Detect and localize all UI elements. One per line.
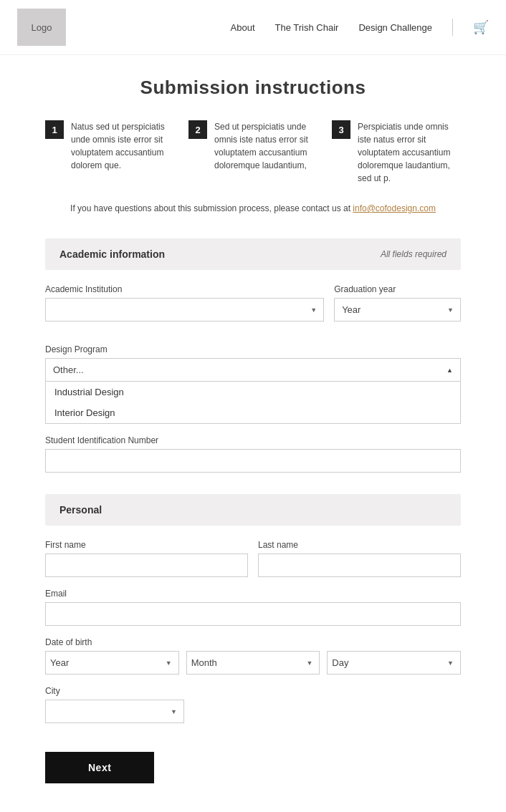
academic-section-header: Academic information All fields required [45,238,461,270]
last-name-label: Last name [258,540,461,550]
personal-section: Personal First name Last name Email Date… [45,494,461,723]
personal-section-title: Personal [59,504,102,516]
email-input[interactable] [45,602,461,626]
last-name-input[interactable] [258,554,461,577]
step-2-text: Sed ut perspiciatis unde omnis iste natu… [214,120,318,172]
step-3-number: 3 [332,120,350,139]
design-program-select-trigger[interactable]: Other... ▲ [45,358,461,382]
student-id-field: Student Identification Number [45,435,461,473]
graduation-select[interactable]: Year 2024 2023 2022 2021 [334,298,461,322]
program-label: Design Program [45,344,461,354]
contact-text: If you have questions about this submiss… [70,203,353,213]
email-label: Email [45,589,461,599]
logo-label: Logo [32,22,52,33]
city-select-wrapper [45,700,184,723]
dob-month-wrapper: Month January February March [186,651,320,675]
academic-section-title: Academic information [59,248,165,260]
name-row: First name Last name [45,540,461,589]
first-name-field: First name [45,540,248,577]
dob-year-select[interactable]: Year 2005 2004 2003 [45,651,179,675]
nav-divider [452,19,453,36]
design-program-arrow-icon: ▲ [447,367,453,374]
nav-trish-chair[interactable]: The Trish Chair [275,22,339,33]
dob-label: Date of birth [45,637,461,647]
design-program-option-industrial[interactable]: Industrial Design [46,382,460,402]
student-id-input[interactable] [45,449,461,473]
navigation: About The Trish Chair Design Challenge 🛒 [231,19,489,36]
steps-container: 1 Natus sed ut perspiciatis unde omnis i… [45,120,461,185]
next-button[interactable]: Next [45,752,154,783]
step-2-number: 2 [188,120,207,139]
page-title: Submission instructions [45,77,461,99]
contact-email-link[interactable]: info@cofodesign.com [353,203,436,213]
nav-about[interactable]: About [231,22,255,33]
dob-month-select[interactable]: Month January February March [186,651,320,675]
main-content: Submission instructions 1 Natus sed ut p… [31,55,475,812]
logo[interactable]: Logo [17,9,66,46]
header: Logo About The Trish Chair Design Challe… [0,0,506,55]
institution-label: Academic Institution [45,284,324,294]
dob-row: Year 2005 2004 2003 Month January Februa… [45,651,461,675]
graduation-year-field: Graduation year Year 2024 2023 2022 2021 [334,284,461,322]
dob-year-wrapper: Year 2005 2004 2003 [45,651,179,675]
dob-field: Date of birth Year 2005 2004 2003 Month … [45,637,461,675]
dob-day-select[interactable]: Day 1 2 3 [327,651,461,675]
nav-design-challenge[interactable]: Design Challenge [358,22,432,33]
graduation-select-wrapper: Year 2024 2023 2022 2021 [334,298,461,322]
step-2: 2 Sed ut perspiciatis unde omnis iste na… [188,120,318,185]
email-field: Email [45,589,461,626]
dob-day-wrapper: Day 1 2 3 [327,651,461,675]
design-program-option-interior[interactable]: Interior Design [46,402,460,423]
step-1-text: Natus sed ut perspiciatis unde omnis ist… [71,120,174,172]
personal-section-header: Personal [45,494,461,526]
step-1: 1 Natus sed ut perspiciatis unde omnis i… [45,120,174,185]
student-id-label: Student Identification Number [45,435,461,445]
city-label: City [45,686,461,696]
city-field: City [45,686,461,723]
first-name-input[interactable] [45,554,248,577]
institution-year-row: Academic Institution Graduation year Yea… [45,284,461,333]
city-select[interactable] [45,700,184,723]
academic-section: Academic information All fields required… [45,238,461,473]
institution-field: Academic Institution [45,284,324,322]
contact-info: If you have questions about this submiss… [45,202,461,216]
step-3-text: Perspiciatis unde omnis iste natus error… [358,120,461,185]
step-3: 3 Perspiciatis unde omnis iste natus err… [332,120,461,185]
last-name-field: Last name [258,540,461,577]
institution-select-wrapper [45,298,324,322]
cart-icon[interactable]: 🛒 [473,19,489,35]
graduation-label: Graduation year [334,284,461,294]
fields-required-label: All fields required [381,249,447,259]
design-program-value: Other... [53,364,84,375]
institution-select[interactable] [45,298,324,322]
design-program-field: Design Program Other... ▲ Industrial Des… [45,344,461,424]
design-program-dropdown: Industrial Design Interior Design [45,382,461,424]
first-name-label: First name [45,540,248,550]
step-1-number: 1 [45,120,64,139]
